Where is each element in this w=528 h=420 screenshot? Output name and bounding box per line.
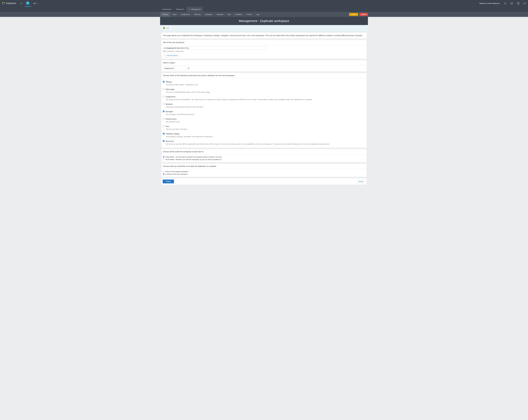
svg-point-7 [189,9,190,10]
sec-nav-members[interactable]: Members [192,12,203,17]
finish-button[interactable]: Finish [163,180,174,183]
component-sublabel-feedback: All feedback settings, templates and sta… [163,135,365,138]
brand-name: PebblePad [6,2,16,4]
component-checkbox-settings[interactable] [163,81,165,83]
component-option-about: About pageThe text or webfolio/folio pag… [163,87,365,94]
component-sublabel-managers: All managers and their permissions [163,113,365,115]
sec-nav-assignments[interactable]: Assignments [179,12,192,17]
region-select[interactable]: Product & UX [163,67,190,70]
logout-button[interactable] [521,0,528,7]
sec-nav-turnitin[interactable]: Turnitin [244,12,254,17]
mode-panel: Choose which mode the workspace should s… [161,149,367,162]
svg-point-4 [517,2,519,4]
brand-logo-area[interactable]: PebblePad [0,0,18,7]
user-display-name[interactable]: Fabienne Loveder (fabienne) [477,2,502,4]
app-switch-atlas-button[interactable] [25,0,31,7]
back-button[interactable]: ← Back [161,26,171,30]
component-option-managers: ManagersAll managers and their permissio… [163,109,365,117]
sec-nav-sets[interactable]: Sets [226,12,233,17]
chars-remaining-count: 221 [163,50,166,52]
component-checkbox-resources[interactable] [163,140,165,142]
atlas-globe-icon [26,1,30,5]
pencil-icon: ✎ [165,55,166,56]
gear-icon [504,2,506,5]
app-switch-plus-button[interactable]: + [18,0,25,7]
help-button[interactable] [515,0,521,7]
settings-gear-button[interactable] [502,0,508,7]
sec-nav-about[interactable]: About [170,12,179,17]
component-checkbox-feedback[interactable] [163,133,165,134]
help-icon [517,2,519,5]
component-label-resources: Resources [166,140,174,142]
workspace-switcher[interactable]: Art ▼ [31,2,41,4]
component-label-assignments: Assignments [166,96,175,98]
component-option-resources: ResourcesAll resource panels will be dup… [163,139,365,146]
component-checkbox-external[interactable] [163,118,165,120]
component-checkbox-sets[interactable] [163,125,165,127]
edit-description-button[interactable]: ✎ Edit Description [163,54,180,57]
component-sublabel-settings: Including visible pages, notifications e… [163,84,365,86]
component-checkbox-about[interactable] [163,88,165,90]
back-arrow-icon: ← [163,27,165,29]
component-label-external: External users [166,118,177,120]
main-nav-resources[interactable]: Resources [174,7,186,12]
component-sublabel-members: All groups including permissions and mem… [163,106,365,108]
plus-icon: + [20,1,22,5]
component-label-about: About page [166,88,174,90]
components-panel: Choose which of the following components… [161,73,367,148]
main-nav-submissions[interactable]: Submissions [160,7,174,12]
svg-point-0 [505,3,505,4]
title-panel: Title of the new workspace 221 character… [161,40,367,59]
sec-nav-externals[interactable]: Externals [215,12,225,17]
cancel-button[interactable]: Cancel [356,180,365,183]
component-checkbox-assignments[interactable] [163,96,165,97]
component-label-sets: Sets [166,125,169,127]
archive-button[interactable]: Archive [349,13,358,16]
component-label-settings: Settings [166,81,172,83]
logout-icon [524,2,526,5]
component-option-settings: SettingsIncluding visible pages, notific… [163,80,365,87]
mode-setup-label: Setup Mode - You will need to activate t… [165,156,222,158]
edit-description-label: Edit Description [167,55,178,56]
info-button[interactable] [508,0,515,7]
component-checkbox-members[interactable] [163,103,165,105]
chars-remaining: 221 characters remaining [163,50,365,52]
secondary-nav: Settings About Assignments Members Manag… [0,12,528,17]
mode-active-radio[interactable] [163,159,165,160]
component-label-members: Members [166,103,173,105]
after-return-radio[interactable] [163,171,165,172]
page-container: Management - Duplicate workspace ← Back … [160,17,368,185]
mode-setup-radio[interactable] [163,156,165,158]
sec-nav-logs[interactable]: Logs [254,12,262,17]
top-bar: PebblePad + Art ▼ Fabienne Loveder (fabi… [0,0,528,7]
main-nav-management[interactable]: Management [186,7,203,12]
back-label: Back [166,27,169,29]
component-option-assignments: AssignmentsAll assignments and deadlines… [163,94,365,102]
component-sublabel-assignments: All assignments and deadlines. No submis… [163,98,365,100]
component-option-sets: SetsAll sets and their members [163,124,365,131]
sec-nav-managers[interactable]: Managers [203,12,215,17]
gear-icon [189,8,191,10]
after-continue-radio[interactable] [163,173,165,175]
after-continue-label: Continue to the new workspace [165,173,187,175]
region-panel: Select a region Product & UX [161,60,367,72]
delete-button[interactable]: Delete [360,13,368,16]
mode-header: Choose which mode the workspace should s… [161,149,367,154]
component-label-feedback: Feedback settings [166,133,180,135]
sec-nav-settings[interactable]: Settings [160,12,170,17]
component-checkbox-managers[interactable] [163,111,165,112]
main-nav: Submissions Resources Management [0,7,528,12]
region-header: Select a region [161,60,367,65]
sec-nav-feedback[interactable]: Feedback [233,12,244,17]
info-icon [511,2,513,5]
chars-remaining-label: characters remaining [166,50,183,52]
intro-panel: This page allows you to duplicate this w… [161,32,367,38]
mode-active-label: Active Mode - Members can view the works… [165,159,222,160]
components-header: Choose which of the following components… [161,73,367,78]
page-header: Management - Duplicate workspace [160,17,368,25]
component-option-members: MembersAll groups including permissions … [163,102,365,109]
workspace-title-input[interactable] [163,47,266,50]
after-header: Choose what you would like to do after t… [161,164,367,169]
main-nav-management-label: Management [192,8,201,10]
back-bar: ← Back [160,25,368,31]
